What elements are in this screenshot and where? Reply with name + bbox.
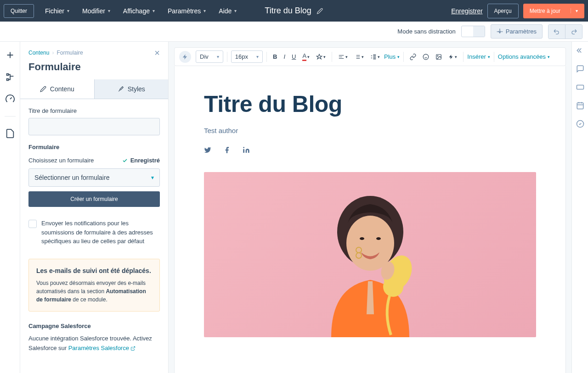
external-link-icon <box>130 346 136 351</box>
quit-button[interactable]: Quitter <box>4 4 34 18</box>
post-author: Test author <box>204 127 536 134</box>
breadcrumb-root[interactable]: Contenu <box>28 50 49 56</box>
menu-display[interactable]: Affichage▾ <box>123 7 155 15</box>
facebook-icon[interactable] <box>223 146 231 154</box>
update-button[interactable]: Mettre à jour▾ <box>523 4 584 18</box>
form-section-label: Formulaire <box>28 144 160 150</box>
underline-button[interactable]: U <box>289 51 298 62</box>
list-button[interactable]: ▾ <box>352 52 366 62</box>
breadcrumb-current: Formulaire <box>57 50 83 56</box>
size-select[interactable]: 16px▾ <box>231 50 263 63</box>
add-icon[interactable] <box>5 50 15 60</box>
redo-button[interactable] <box>565 25 582 39</box>
file-icon[interactable] <box>5 128 15 139</box>
chevron-down-icon: ▾ <box>108 8 110 13</box>
salesforce-link[interactable]: Paramètres Salesforce <box>68 345 136 351</box>
close-icon[interactable]: × <box>154 48 160 57</box>
page-title: Titre du Blog <box>265 6 311 16</box>
create-form-button[interactable]: Créer un formulaire <box>28 191 160 207</box>
emoji-button[interactable] <box>420 52 431 62</box>
brush-icon <box>118 86 124 92</box>
menu-file[interactable]: Fichier▾ <box>45 7 69 15</box>
chevron-down-icon: ▾ <box>234 8 237 13</box>
advanced-menu[interactable]: Options avancées▾ <box>498 53 550 60</box>
lightning-icon[interactable] <box>179 51 191 63</box>
post-title[interactable]: Titre du Blog <box>204 91 536 117</box>
editor-toolbar: Div▾ 16px▾ B I U A ▾ ▾ ▾ ▾ ▾ Plus▾ ▾ Ins… <box>174 47 566 66</box>
distraction-label: Mode sans distraction <box>397 28 455 35</box>
image-button[interactable] <box>433 52 444 62</box>
indent-button[interactable]: ▾ <box>368 52 382 62</box>
bold-button[interactable]: B <box>271 51 279 62</box>
align-button[interactable]: ▾ <box>336 52 350 62</box>
collapse-icon[interactable] <box>576 46 584 55</box>
menu-settings[interactable]: Paramètres▾ <box>168 7 206 15</box>
saved-badge: Enregistré <box>122 157 160 164</box>
check-circle-icon[interactable] <box>576 120 584 128</box>
insert-menu[interactable]: Insérer▾ <box>467 53 490 60</box>
check-icon <box>122 158 128 163</box>
notifications-checkbox[interactable] <box>28 220 37 228</box>
svg-rect-14 <box>577 103 583 109</box>
link-button[interactable] <box>407 52 418 62</box>
salesforce-text: Aucune intégration Salesforce trouvée. A… <box>28 334 160 353</box>
panel-title: Formulaire <box>20 57 168 79</box>
params-button[interactable]: Paramètres <box>491 24 543 39</box>
svg-rect-13 <box>577 85 583 89</box>
text-color-button[interactable]: A ▾ <box>300 50 312 63</box>
menu-edit[interactable]: Modifier▾ <box>82 7 110 15</box>
svg-point-3 <box>437 56 438 56</box>
format-select[interactable]: Div▾ <box>196 50 223 63</box>
gear-icon <box>497 28 503 35</box>
chevron-down-icon: ▾ <box>67 8 69 13</box>
linkedin-icon[interactable] <box>243 146 250 154</box>
tab-styles[interactable]: Styles <box>94 79 169 99</box>
lightning-menu[interactable]: ▾ <box>446 52 459 61</box>
chat-icon[interactable] <box>576 65 584 73</box>
info-title: Les e-mails de suivi ont été déplacés. <box>36 267 152 276</box>
chevron-down-icon: ▾ <box>153 8 155 13</box>
save-link[interactable]: Enregistrer <box>451 7 482 15</box>
gauge-icon[interactable] <box>5 94 15 104</box>
italic-button[interactable]: I <box>281 51 288 62</box>
chevron-down-icon[interactable]: ▾ <box>571 8 578 13</box>
salesforce-title: Campagne Salesforce <box>28 323 160 329</box>
undo-button[interactable] <box>548 25 565 39</box>
choose-form-label: Choisissez un formulaire <box>28 157 94 164</box>
highlight-button[interactable]: ▾ <box>314 52 328 62</box>
twitter-icon[interactable] <box>204 146 211 154</box>
chevron-down-icon: ▾ <box>151 174 154 181</box>
editor-canvas[interactable]: Titre du Blog Test author <box>174 66 566 373</box>
preview-button[interactable]: Aperçu <box>487 4 519 18</box>
menu-help[interactable]: Aide▾ <box>219 7 237 15</box>
hero-image <box>204 172 536 337</box>
form-select[interactable]: Sélectionner un formulaire ▾ <box>28 168 160 187</box>
tree-icon[interactable] <box>5 72 15 82</box>
pencil-icon <box>40 86 46 92</box>
svg-point-1 <box>424 54 429 60</box>
pencil-icon[interactable] <box>317 8 323 14</box>
plus-menu[interactable]: Plus▾ <box>384 53 400 60</box>
calendar-icon[interactable] <box>576 101 584 110</box>
notifications-label: Envoyer les notifications pour les soumi… <box>41 219 160 246</box>
distraction-toggle[interactable] <box>461 26 485 37</box>
breadcrumb: Contenu › Formulaire × <box>20 42 168 57</box>
divider <box>5 116 16 117</box>
tab-content[interactable]: Contenu <box>20 79 94 99</box>
chevron-down-icon: ▾ <box>204 8 206 13</box>
svg-point-7 <box>376 237 381 240</box>
form-title-input[interactable] <box>28 118 160 135</box>
device-icon[interactable] <box>576 83 584 91</box>
svg-point-6 <box>360 237 364 240</box>
form-title-label: Titre de formulaire <box>28 107 160 114</box>
info-box: Les e-mails de suivi ont été déplacés. V… <box>28 259 160 312</box>
person-illustration <box>288 181 453 337</box>
info-text: Vous pouvez désormais envoyer des e-mail… <box>36 279 152 304</box>
